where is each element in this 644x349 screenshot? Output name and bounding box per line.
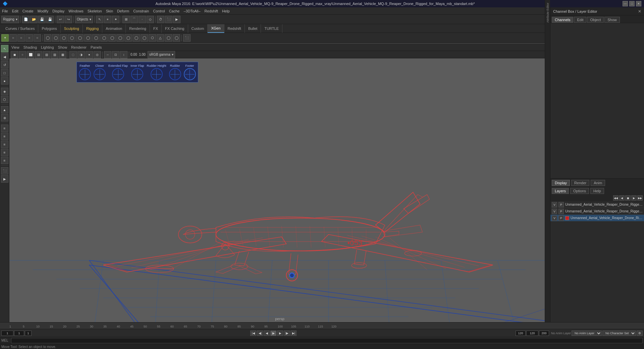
menu-3dtoall[interactable]: –3DToAll– bbox=[183, 9, 200, 13]
layer-tab-help[interactable]: Help bbox=[590, 188, 604, 194]
prev-key-btn[interactable]: ◀ bbox=[264, 331, 270, 336]
ctrl-rudder-height[interactable]: Rudder Height bbox=[147, 64, 166, 80]
layer-btn4[interactable]: ≡ bbox=[1, 149, 8, 156]
layer-visible-btn-3[interactable]: V bbox=[552, 215, 557, 221]
menu-control[interactable]: Control bbox=[153, 9, 165, 13]
preferences-btn[interactable]: ⚙ bbox=[637, 331, 643, 336]
universal-btn[interactable]: ● bbox=[1, 77, 8, 85]
ctrl-inner-flap[interactable]: Inner Flap bbox=[130, 64, 144, 80]
ctrl-feather[interactable]: Feather bbox=[79, 64, 91, 80]
render-region-btn[interactable]: ⬛ bbox=[1, 167, 8, 174]
layer-playback-btn-2[interactable]: P bbox=[558, 209, 564, 214]
ctrl-circle-inner-flap[interactable] bbox=[131, 68, 143, 80]
soft-sel-btn[interactable]: ◈ bbox=[1, 88, 8, 95]
close-button[interactable]: ✕ bbox=[636, 1, 641, 6]
ipr-btn[interactable]: ▶ bbox=[173, 16, 180, 23]
tab-redshift[interactable]: Redshift bbox=[224, 24, 245, 33]
tab-rendering[interactable]: Rendering bbox=[126, 24, 150, 33]
scale-btn[interactable]: □ bbox=[1, 69, 8, 77]
snap-grid-btn[interactable]: ⊞ bbox=[122, 16, 130, 23]
flatten-btn[interactable]: ◯ bbox=[76, 34, 84, 42]
tab-fx[interactable]: FX bbox=[150, 24, 162, 33]
smear-btn[interactable]: ⬡ bbox=[149, 34, 156, 42]
goto-end-btn[interactable]: ▶| bbox=[290, 331, 297, 336]
menu-create[interactable]: Create bbox=[22, 9, 34, 13]
ctrl-circle-footer[interactable] bbox=[184, 68, 196, 80]
vp-light3[interactable]: ● bbox=[86, 51, 93, 58]
layer-ctrl-prev2[interactable]: ◀ bbox=[619, 195, 625, 201]
vp-cam1[interactable]: ↔ bbox=[104, 51, 111, 58]
vp-menu-lighting[interactable]: Lighting bbox=[41, 45, 54, 49]
tab-curves-surfaces[interactable]: Curves / Surfaces bbox=[2, 24, 38, 33]
layer-ctrl-next2[interactable]: ▶▶ bbox=[637, 195, 643, 201]
paint-btn[interactable]: ✦ bbox=[112, 16, 119, 23]
select-tool-btn[interactable]: ↖ bbox=[96, 16, 103, 23]
layer-ctrl-mid[interactable]: ◼ bbox=[625, 195, 631, 201]
layer-visible-btn-1[interactable]: V bbox=[552, 202, 557, 207]
tab-polygons[interactable]: Polygons bbox=[38, 24, 60, 33]
menu-deform[interactable]: Deform bbox=[117, 9, 129, 13]
bulge-btn[interactable]: △ bbox=[157, 34, 164, 42]
tab-object[interactable]: Object bbox=[587, 17, 604, 23]
menu-edit[interactable]: Edit bbox=[12, 9, 18, 13]
vp-tool4[interactable]: ▤ bbox=[35, 51, 42, 58]
open-file-btn[interactable]: 📂 bbox=[30, 16, 38, 23]
snap-curve-btn[interactable]: ⌒ bbox=[130, 16, 138, 23]
speed-input[interactable] bbox=[539, 331, 549, 336]
vp-menu-panels[interactable]: Panels bbox=[91, 45, 102, 49]
menu-skeleton[interactable]: Skeleton bbox=[88, 9, 102, 13]
uvs-btn[interactable]: ○ bbox=[34, 34, 41, 42]
ctrl-circle-rudder[interactable] bbox=[169, 68, 181, 80]
ctrl-circle-ext-flap[interactable] bbox=[112, 68, 124, 80]
layer-visible-btn-2[interactable]: V bbox=[552, 209, 557, 214]
freeze-btn[interactable]: ◯ bbox=[173, 34, 180, 42]
menu-redshift[interactable]: Redshift bbox=[205, 9, 218, 13]
attr-strip-label[interactable]: Attribute Editor bbox=[546, 3, 549, 23]
ctrl-rudder[interactable]: Rudder bbox=[169, 64, 181, 80]
layer-ctrl-prev1[interactable]: ◀◀ bbox=[613, 195, 619, 201]
imprint-btn[interactable]: ◯ bbox=[108, 34, 116, 42]
range-start-input[interactable] bbox=[25, 331, 32, 336]
knife-btn[interactable]: ◯ bbox=[141, 34, 148, 42]
layer-row-helper[interactable]: V P Unmanned_Aerial_Vehicle_Reaper_Drone… bbox=[550, 201, 644, 208]
vertex-btn[interactable]: ○ bbox=[9, 34, 17, 42]
select-mode-btn[interactable]: ✦ bbox=[1, 34, 9, 42]
scrape-btn[interactable]: ◯ bbox=[124, 34, 132, 42]
move-tool-btn[interactable]: ↖ bbox=[1, 45, 8, 52]
vp-light2[interactable]: ◑ bbox=[77, 51, 85, 58]
tab-turtle[interactable]: TURTLE bbox=[261, 24, 282, 33]
menu-display[interactable]: Display bbox=[52, 9, 64, 13]
relax-btn[interactable]: ◯ bbox=[60, 34, 67, 42]
tab-fx-caching[interactable]: FX Caching bbox=[162, 24, 188, 33]
history-btn[interactable]: ⏱ bbox=[157, 16, 164, 23]
last-tool-btn[interactable]: ⬡ bbox=[1, 96, 8, 103]
face-btn[interactable]: ○ bbox=[25, 34, 33, 42]
end-frame-input[interactable] bbox=[526, 331, 538, 336]
vp-cam2[interactable]: ⊡ bbox=[112, 51, 119, 58]
layer-btn1[interactable]: ≡ bbox=[1, 124, 8, 132]
vp-tool3[interactable]: ⬜ bbox=[27, 51, 34, 58]
redo-btn[interactable]: ↪ bbox=[65, 16, 72, 23]
layer-playback-btn-1[interactable]: P bbox=[558, 202, 564, 207]
menu-skin[interactable]: Skin bbox=[106, 9, 113, 13]
layer-tab-options[interactable]: Options bbox=[570, 188, 589, 194]
tab-sculpting[interactable]: Sculpting bbox=[61, 24, 83, 33]
ctrl-circle-closer[interactable] bbox=[94, 68, 106, 80]
menu-help[interactable]: Help bbox=[222, 9, 230, 13]
next-frame-btn[interactable]: |▶ bbox=[284, 331, 290, 336]
vp-tool1[interactable]: ◼ bbox=[11, 51, 18, 58]
menu-file[interactable]: File bbox=[2, 9, 8, 13]
vp-tool7[interactable]: ▩ bbox=[59, 51, 66, 58]
foamy-btn[interactable]: ◯ bbox=[84, 34, 92, 42]
render-btn[interactable]: ⬛ bbox=[165, 16, 172, 23]
anim-layer-select[interactable]: No Anim Layer bbox=[572, 331, 602, 336]
save-file-btn[interactable]: 💾 bbox=[38, 16, 46, 23]
minimize-button[interactable]: — bbox=[623, 1, 628, 6]
objects-dropdown[interactable]: Objects ▾ bbox=[75, 16, 93, 23]
tab-channels[interactable]: Channels bbox=[552, 17, 573, 23]
display-tab-render[interactable]: Render bbox=[571, 180, 589, 186]
tab-animation[interactable]: Animation bbox=[102, 24, 126, 33]
wax-btn[interactable]: ◯ bbox=[116, 34, 124, 42]
layer-playback-btn-3[interactable]: P bbox=[558, 215, 564, 221]
timeline-ruler[interactable]: 1 5 10 15 20 25 30 35 40 45 50 55 60 65 … bbox=[0, 322, 644, 329]
